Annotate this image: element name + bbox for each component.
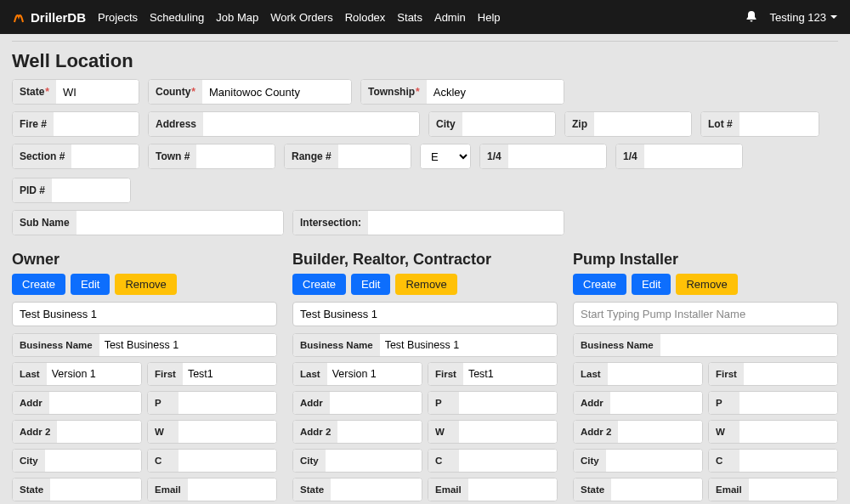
address-input[interactable] bbox=[203, 112, 419, 136]
brc-heading: Builder, Realtor, Contractor bbox=[292, 251, 558, 269]
owner-state-input[interactable] bbox=[50, 479, 141, 501]
brc-first-input[interactable] bbox=[463, 363, 557, 385]
brc-city-input[interactable] bbox=[326, 450, 422, 472]
owner-edit-button[interactable]: Edit bbox=[71, 274, 110, 295]
pump-addr-input[interactable] bbox=[610, 392, 702, 414]
nav-workorders[interactable]: Work Orders bbox=[270, 11, 332, 24]
pump-first-label: First bbox=[709, 363, 744, 385]
county-field: County* bbox=[148, 79, 352, 105]
quarter2-input[interactable] bbox=[644, 144, 742, 168]
intersection-input[interactable] bbox=[368, 211, 564, 235]
brc-addr-input[interactable] bbox=[330, 392, 422, 414]
pump-panel: Pump Installer Create Edit Remove Busine… bbox=[573, 242, 838, 504]
brc-addr2-input[interactable] bbox=[337, 421, 422, 443]
brc-create-button[interactable]: Create bbox=[292, 274, 346, 295]
county-input[interactable] bbox=[202, 80, 351, 104]
section-input[interactable] bbox=[71, 144, 139, 168]
sub-field: Sub Name bbox=[12, 210, 284, 235]
well-location-heading: Well Location bbox=[12, 50, 838, 72]
owner-c-label: C bbox=[148, 450, 178, 472]
brc-last-input[interactable] bbox=[327, 363, 422, 385]
pump-p-input[interactable] bbox=[740, 392, 837, 414]
pump-edit-button[interactable]: Edit bbox=[632, 274, 671, 295]
owner-search-input[interactable] bbox=[12, 302, 277, 326]
range-dir-select[interactable]: E bbox=[421, 144, 470, 168]
owner-remove-button[interactable]: Remove bbox=[115, 274, 176, 295]
pid-input[interactable] bbox=[52, 178, 130, 202]
owner-p-input[interactable] bbox=[178, 392, 276, 414]
nav-projects[interactable]: Projects bbox=[98, 11, 138, 24]
pump-remove-button[interactable]: Remove bbox=[676, 274, 737, 295]
owner-first-input[interactable] bbox=[183, 363, 276, 385]
brc-addr-label: Addr bbox=[293, 392, 330, 414]
nav-admin[interactable]: Admin bbox=[434, 11, 466, 24]
intersection-field: Intersection: bbox=[292, 210, 564, 235]
owner-last-input[interactable] bbox=[47, 363, 141, 385]
brc-state-input[interactable] bbox=[331, 479, 422, 501]
range-field: Range # bbox=[284, 144, 411, 169]
brc-email-input[interactable] bbox=[468, 479, 557, 501]
wl-zip-input[interactable] bbox=[594, 112, 691, 136]
wl-zip-field: Zip bbox=[564, 111, 692, 137]
fire-input[interactable] bbox=[54, 112, 139, 136]
owner-addr2-input[interactable] bbox=[57, 421, 141, 443]
owner-addr-input[interactable] bbox=[49, 392, 141, 414]
brc-panel: Builder, Realtor, Contractor Create Edit… bbox=[292, 242, 558, 504]
brc-p-label: P bbox=[428, 392, 459, 414]
pump-city-input[interactable] bbox=[606, 450, 702, 472]
quarter1-label: 1/4 bbox=[480, 144, 508, 168]
owner-w-input[interactable] bbox=[178, 421, 276, 443]
brc-w-label: W bbox=[428, 421, 459, 443]
quarter1-input[interactable] bbox=[508, 144, 606, 168]
pump-w-input[interactable] bbox=[740, 421, 837, 443]
quarter2-field: 1/4 bbox=[615, 144, 743, 169]
chevron-down-icon bbox=[830, 13, 838, 21]
owner-c-input[interactable] bbox=[178, 450, 276, 472]
state-input[interactable] bbox=[56, 80, 139, 104]
pid-field: PID # bbox=[12, 178, 131, 203]
brc-edit-button[interactable]: Edit bbox=[351, 274, 390, 295]
owner-p-label: P bbox=[148, 392, 178, 414]
owner-create-button[interactable]: Create bbox=[12, 274, 65, 295]
quarter1-field: 1/4 bbox=[479, 144, 607, 169]
nav-scheduling[interactable]: Scheduling bbox=[150, 11, 204, 24]
brc-biz-input[interactable] bbox=[380, 334, 557, 356]
lot-field: Lot # bbox=[700, 111, 819, 137]
wl-city-input[interactable] bbox=[462, 112, 555, 136]
brc-p-input[interactable] bbox=[459, 392, 557, 414]
township-input[interactable] bbox=[427, 80, 564, 104]
pump-c-input[interactable] bbox=[740, 450, 837, 472]
pump-c-label: C bbox=[709, 450, 740, 472]
brc-c-input[interactable] bbox=[459, 450, 557, 472]
owner-email-input[interactable] bbox=[188, 479, 276, 501]
range-input[interactable] bbox=[338, 144, 411, 168]
pump-addr2-label: Addr 2 bbox=[574, 421, 618, 443]
town-input[interactable] bbox=[196, 144, 275, 168]
intersection-label: Intersection: bbox=[293, 211, 368, 235]
brc-w-input[interactable] bbox=[459, 421, 557, 443]
pump-email-input[interactable] bbox=[749, 479, 837, 501]
owner-state-label: State bbox=[13, 479, 50, 501]
owner-last-label: Last bbox=[13, 363, 47, 385]
owner-city-input[interactable] bbox=[45, 450, 141, 472]
brc-search-input[interactable] bbox=[292, 302, 558, 326]
user-menu[interactable]: Testing 123 bbox=[770, 11, 839, 24]
pump-create-button[interactable]: Create bbox=[573, 274, 626, 295]
pump-addr2-input[interactable] bbox=[618, 421, 702, 443]
nav-jobmap[interactable]: Job Map bbox=[216, 11, 258, 24]
nav-stats[interactable]: Stats bbox=[397, 11, 422, 24]
pump-last-input[interactable] bbox=[608, 363, 702, 385]
sub-input[interactable] bbox=[76, 211, 283, 235]
brand[interactable]: DrillerDB bbox=[12, 10, 86, 25]
notifications-icon[interactable] bbox=[745, 9, 758, 25]
pump-search-input[interactable] bbox=[573, 302, 838, 326]
brc-remove-button[interactable]: Remove bbox=[395, 274, 456, 295]
pump-state-input[interactable] bbox=[611, 479, 702, 501]
lot-input[interactable] bbox=[740, 112, 819, 136]
pump-first-input[interactable] bbox=[744, 363, 837, 385]
pump-biz-input[interactable] bbox=[660, 334, 837, 356]
owner-biz-input[interactable] bbox=[99, 334, 276, 356]
nav-help[interactable]: Help bbox=[478, 11, 501, 24]
nav-rolodex[interactable]: Rolodex bbox=[345, 11, 386, 24]
wl-zip-label: Zip bbox=[565, 112, 594, 136]
